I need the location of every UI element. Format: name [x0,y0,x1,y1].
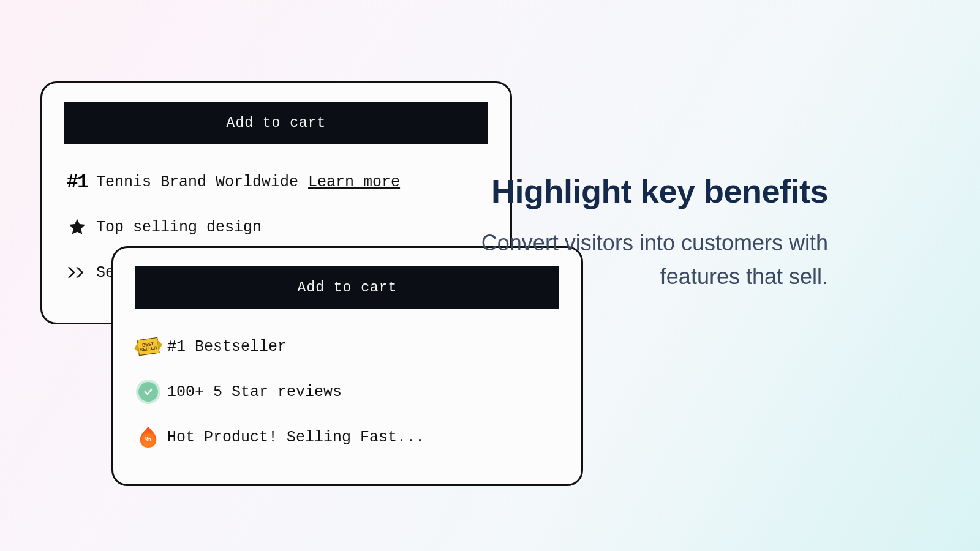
benefit-row: 100+ 5 Star reviews [138,381,559,402]
headline-column: Highlight key benefits Convert visitors … [473,174,828,294]
verified-check-icon [138,381,159,402]
benefit-row: % Hot Product! Selling Fast... [138,427,559,448]
benefit-row: #1 Tennis Brand Worldwide Learn more [67,171,488,192]
fire-discount-icon: % [138,427,159,448]
benefit-text: Top selling design [96,219,262,236]
benefit-row: Top selling design [67,217,488,238]
flame-percent-symbol: % [143,433,154,444]
double-chevron-right-icon [67,262,88,283]
learn-more-link[interactable]: Learn more [308,173,400,191]
page-headline: Highlight key benefits [473,174,828,209]
benefit-text: Hot Product! Selling Fast... [167,429,424,446]
page-subhead: Convert visitors into customers with fea… [473,226,828,294]
benefit-text: 100+ 5 Star reviews [167,383,342,401]
benefit-text: Tennis Brand Worldwide [96,173,298,191]
number-one-icon: #1 [67,171,88,192]
star-icon [67,217,88,238]
benefits-list: BEST SELLER #1 Bestseller 100+ 5 Star re… [135,336,559,448]
benefit-text: #1 Bestseller [167,338,287,356]
bestseller-badge-icon: BEST SELLER [138,336,159,357]
add-to-cart-button[interactable]: Add to cart [64,102,488,144]
benefit-row: BEST SELLER #1 Bestseller [138,336,559,357]
